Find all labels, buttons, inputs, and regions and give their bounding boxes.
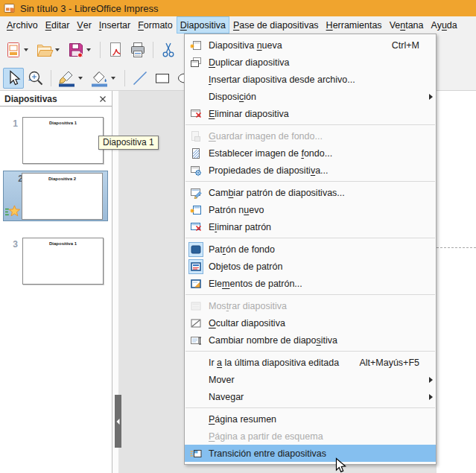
panel-collapse-button[interactable] [115, 395, 121, 448]
export-pdf-button[interactable] [105, 39, 126, 60]
menu-item-label: Diapositiva nueva [209, 40, 381, 51]
slide-number: 1 [4, 118, 18, 129]
slide-thumbnail-selected[interactable]: 2Diapositiva 2 [3, 171, 108, 221]
menu-separator [185, 294, 435, 295]
toolbar-separator [100, 42, 101, 58]
impress-app-icon [4, 3, 16, 14]
menu-item-label: Mover [209, 375, 422, 385]
menu-item-goto-last-edited-slide[interactable]: Ir a la última diapositiva editadaAlt+Ma… [185, 354, 436, 371]
slide-thumbnail-entry[interactable]: 1Diapositiva 1 [0, 117, 112, 166]
menu-item-new-master[interactable]: Patrón nuevo [185, 201, 436, 218]
menu-item-slide-properties[interactable]: Propiedades de diapositiva... [185, 162, 436, 179]
zoom-icon [27, 69, 45, 87]
menubar-item-formato[interactable]: Formato [134, 16, 177, 34]
slide-canvas[interactable] [437, 91, 476, 473]
print-button[interactable] [127, 39, 148, 60]
save-button[interactable] [66, 39, 95, 60]
menu-item-label: Eliminar diapositiva [209, 109, 422, 119]
menu-item-master-background[interactable]: Patrón de fondo [185, 241, 436, 258]
new-master-icon [188, 203, 203, 218]
dropdown-arrow-icon[interactable] [24, 48, 28, 51]
slides-panel: Diapositivas 1Diapositiva 12Diapositiva … [0, 91, 112, 473]
menu-item-label: Eliminar patrón [209, 222, 422, 232]
slide-thumbnail[interactable]: Diapositiva 1 [22, 117, 104, 164]
menubar-item-ventana[interactable]: Ventana [386, 16, 428, 34]
menu-item-change-slide-master[interactable]: Cambiar patrón de diapositivas... [185, 184, 436, 201]
cut-icon [159, 41, 177, 59]
slide-thumbnail-entry[interactable]: 3Diapositiva 1 [0, 238, 112, 287]
rectangle-icon [153, 69, 171, 87]
menu-item-slide-transition[interactable]: Transición entre diapositivas [185, 445, 436, 462]
menu-item-master-objects[interactable]: Objetos de patrón [185, 258, 436, 275]
menu-item-delete-master[interactable]: Eliminar patrón [185, 218, 436, 235]
diapositiva-menu: Diapositiva nuevaCtrl+MDuplicar diaposit… [184, 34, 437, 465]
slide-thumbnail[interactable]: Diapositiva 1 [22, 238, 104, 285]
menu-item-label: Insertar diapositiva desde archivo... [209, 74, 422, 85]
menubar-item-ver[interactable]: Ver [73, 16, 95, 34]
line-color-button[interactable] [56, 68, 87, 89]
slide-transition-icon [188, 446, 203, 461]
menubar-item-pase-de-diapositivas[interactable]: Pase de diapositivas [229, 16, 323, 34]
save-icon [67, 41, 85, 59]
menu-item-navigate[interactable]: Navegar [185, 388, 436, 405]
menu-item-summary-page[interactable]: Página resumen [185, 410, 436, 428]
duplicate-slide-icon [188, 55, 203, 70]
slide-thumbnail[interactable]: Diapositiva 2 [22, 173, 103, 220]
rectangle-button[interactable] [152, 68, 173, 89]
toolbar-separator [153, 42, 153, 58]
new-document-button[interactable] [3, 39, 33, 60]
menubar: ArchivoEditarVerInsertarFormatoDiapositi… [0, 16, 476, 34]
master-elements-icon [188, 276, 203, 291]
menu-item-rename-slide[interactable]: Cambiar nombre de diapositiva [185, 331, 436, 349]
delete-slide-icon [188, 107, 203, 121]
menu-separator [185, 351, 435, 352]
dropdown-arrow-icon[interactable] [78, 77, 83, 80]
menu-item-delete-slide[interactable]: Eliminar diapositiva [185, 105, 436, 122]
menu-item-set-background-image[interactable]: Establecer imagen de fondo... [185, 145, 436, 162]
submenu-arrow-icon [422, 394, 433, 400]
fill-color-button[interactable] [89, 68, 120, 89]
dropdown-arrow-icon[interactable] [55, 48, 60, 51]
menu-item-move[interactable]: Mover [185, 371, 436, 388]
menu-item-layout[interactable]: Disposición [185, 88, 436, 105]
menu-item-duplicate-slide[interactable]: Duplicar diapositiva [185, 54, 436, 71]
submenu-arrow-icon [422, 377, 433, 383]
slide-tooltip-text: Diapositiva 1 [103, 137, 154, 147]
impress-app-icon [4, 3, 16, 14]
menu-item-label: Duplicar diapositiva [209, 57, 422, 68]
transition-star-icon [4, 204, 22, 220]
menu-item-label: Propiedades de diapositiva... [209, 165, 422, 176]
toolbar-separator [51, 70, 51, 86]
master-background-icon [188, 242, 203, 257]
insert-line-button[interactable] [130, 68, 150, 89]
menu-separator [185, 238, 435, 238]
menu-item-hide-slide[interactable]: Ocultar diapositiva [185, 314, 436, 331]
print-icon [129, 41, 147, 59]
menu-item-label: Patrón de fondo [209, 244, 422, 255]
menu-item-label: Objetos de patrón [209, 261, 422, 272]
menu-separator [185, 124, 435, 125]
menubar-item-diapositiva[interactable]: Diapositiva [177, 16, 229, 34]
menubar-item-ayuda[interactable]: Ayuda [428, 16, 461, 34]
zoom-button[interactable] [25, 68, 46, 89]
dropdown-arrow-icon[interactable] [111, 77, 115, 80]
open-button[interactable] [34, 39, 64, 60]
submenu-arrow-icon [422, 94, 433, 100]
dropdown-arrow-icon[interactable] [86, 48, 91, 51]
menubar-item-insertar[interactable]: Insertar [95, 16, 134, 34]
cut-button[interactable] [158, 39, 179, 60]
select-button[interactable] [3, 68, 24, 89]
menubar-item-editar[interactable]: Editar [42, 16, 74, 34]
export-pdf-icon [107, 41, 124, 59]
close-icon[interactable] [98, 94, 108, 104]
menubar-item-archivo[interactable]: Archivo [3, 16, 42, 34]
text-placeholder-border [437, 247, 476, 248]
slide-thumbnail-title: Diapositiva 2 [22, 177, 102, 181]
menu-item-insert-slide-from-file[interactable]: Insertar diapositiva desde archivo... [185, 71, 436, 88]
menu-item-label: Establecer imagen de fondo... [209, 148, 422, 159]
menubar-item-herramientas[interactable]: Herramientas [323, 16, 386, 34]
slide-properties-icon [188, 163, 203, 178]
menu-item-save-background-image: Guardar imagen de fondo... [185, 127, 436, 145]
menu-item-new-slide[interactable]: Diapositiva nuevaCtrl+M [185, 36, 436, 54]
menu-item-master-elements[interactable]: Elementos de patrón... [185, 275, 436, 292]
